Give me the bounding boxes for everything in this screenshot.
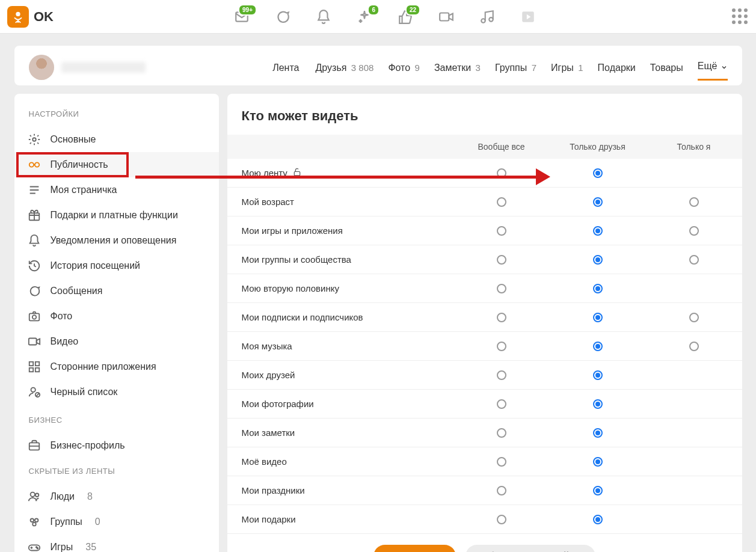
sidebar-item-messages[interactable]: Сообщения [14,278,219,304]
radio-cell [453,284,550,293]
message-icon [28,284,41,298]
sidebar-item-apps[interactable]: Сторонние приложения [14,354,219,379]
row-label-text: Мою ленту [242,168,287,178]
tab-feed[interactable]: Лента [272,63,301,81]
sidebar-item-label: Люди [51,491,75,502]
discussions-icon[interactable] [275,9,290,25]
sidebar-item-hidden-people[interactable]: Люди 8 [14,484,219,509]
likes-icon[interactable]: 22 [398,9,413,25]
radio-friends-only[interactable] [593,370,603,380]
radio-everyone[interactable] [497,168,506,178]
sidebar-item-privacy[interactable]: Публичность [14,152,219,177]
apps-grid-icon[interactable] [732,8,749,25]
svg-rect-28 [294,171,300,176]
tab-photos[interactable]: Фото 9 [388,63,420,81]
messages-icon[interactable]: 99+ [234,9,250,25]
table-row: Мой возраст [227,188,742,216]
radio-friends-only[interactable] [593,197,603,207]
messages-badge: 99+ [238,4,257,16]
sidebar-item-notifications[interactable]: Уведомления и оповещения [14,228,219,253]
radio-only-me[interactable] [689,226,699,236]
music-icon[interactable] [479,9,495,25]
bell-icon [28,234,41,247]
row-label: Мои подписки и подписчиков [227,312,453,322]
svg-point-6 [32,138,36,141]
radio-everyone[interactable] [497,255,506,265]
radio-friends-only[interactable] [593,255,603,265]
sidebar-item-video[interactable]: Видео [14,329,219,354]
radio-friends-only[interactable] [593,284,603,293]
radio-cell [646,255,742,265]
row-label: Мой возраст [227,197,453,207]
ok-logo-icon [7,6,29,28]
radio-friends-only[interactable] [593,168,603,178]
table-row: Мои подписки и подписчиков [227,303,742,332]
tab-gifts[interactable]: Подарки [598,63,636,81]
radio-friends-only[interactable] [593,342,603,351]
play-box-icon[interactable] [520,9,536,25]
sidebar-item-hidden-groups[interactable]: Группы 0 [14,509,219,535]
row-label-text: Мой возраст [242,197,294,207]
radio-friends-only[interactable] [593,313,603,322]
logo-block[interactable]: OK [7,6,54,28]
sidebar-item-business-profile[interactable]: Бизнес-профиль [14,433,219,458]
radio-cell [550,342,646,351]
radio-friends-only[interactable] [593,226,603,236]
radio-everyone[interactable] [497,457,506,467]
radio-everyone[interactable] [497,428,506,438]
radio-everyone[interactable] [497,284,506,293]
radio-everyone[interactable] [497,226,506,236]
radio-cell [453,226,550,236]
sidebar-item-history[interactable]: История посещений [14,253,219,278]
radio-only-me[interactable] [689,255,699,265]
radio-cell [453,255,550,265]
radio-cell [550,226,646,236]
save-button[interactable]: Сохранить [373,545,456,552]
sidebar-item-general[interactable]: Основные [14,127,219,152]
radio-everyone[interactable] [497,370,506,380]
radio-only-me[interactable] [689,313,699,322]
radio-friends-only[interactable] [593,399,603,409]
sidebar-item-hidden-games[interactable]: Игры 35 [14,535,219,552]
radio-friends-only[interactable] [593,486,603,495]
radio-everyone[interactable] [497,515,506,524]
sidebar-item-blacklist[interactable]: Черный список [14,379,219,405]
radio-only-me[interactable] [689,197,699,207]
avatar[interactable] [29,55,54,80]
svg-rect-15 [29,368,32,372]
sidebar-heading-hidden: СКРЫТЫЕ ИЗ ЛЕНТЫ [14,458,219,484]
row-label: Мои праздники [227,485,453,495]
radio-friends-only[interactable] [593,457,603,467]
row-label-text: Моё видео [242,456,287,467]
guests-icon[interactable]: 6 [357,9,372,25]
radio-everyone[interactable] [497,342,506,351]
reset-button[interactable]: Сбросить настройки [466,545,595,552]
radio-only-me[interactable] [689,342,699,351]
radio-everyone[interactable] [497,486,506,495]
notifications-icon[interactable] [316,9,331,25]
svg-point-8 [34,162,38,167]
groups-icon [28,515,41,529]
sidebar-item-gifts[interactable]: Подарки и платные функции [14,203,219,228]
tab-goods[interactable]: Товары [650,63,683,81]
table-row: Мои подарки [227,505,742,534]
svg-point-11 [32,315,35,319]
tab-games[interactable]: Игры 1 [551,63,583,81]
tab-groups[interactable]: Группы 7 [495,63,536,81]
tab-notes[interactable]: Заметки 3 [434,63,481,81]
radio-friends-only[interactable] [593,515,603,524]
table-row: Моё видео [227,447,742,476]
radio-everyone[interactable] [497,197,506,207]
sidebar-item-mypage[interactable]: Моя страничка [14,177,219,203]
sidebar-item-label: Подарки и платные функции [51,210,178,221]
sidebar-item-photo[interactable]: Фото [14,304,219,329]
video-icon[interactable] [438,9,454,25]
svg-point-17 [31,388,35,392]
tab-friends[interactable]: Друзья 3 808 [316,63,374,81]
radio-everyone[interactable] [497,313,506,322]
radio-friends-only[interactable] [593,428,603,438]
radio-cell [453,486,550,495]
radio-everyone[interactable] [497,399,506,409]
radio-cell [550,168,646,178]
tab-more[interactable]: Ещё [698,61,728,81]
